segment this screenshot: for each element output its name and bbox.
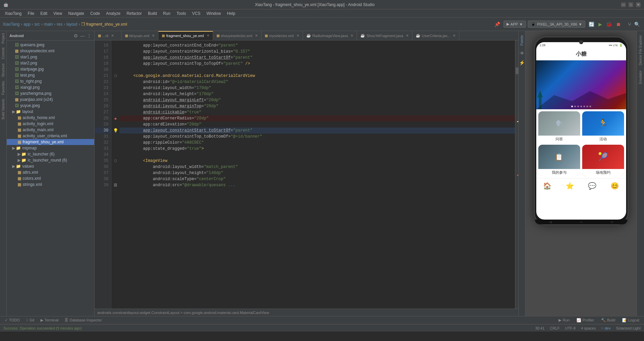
device-dropdown[interactable]: ▼ bbox=[578, 22, 582, 26]
sidebar-item[interactable]: ▦ attrs.xml bbox=[7, 169, 94, 175]
menu-edit[interactable]: Edit bbox=[37, 10, 50, 17]
menu-navigate[interactable]: Navigate bbox=[66, 10, 87, 17]
tab-close[interactable]: ✕ bbox=[255, 34, 258, 37]
git-branch[interactable]: ⑂ dev bbox=[601, 326, 611, 330]
bottom-tab-run[interactable]: ▶ Run bbox=[556, 317, 572, 323]
menu-vcs[interactable]: VCS bbox=[189, 10, 203, 17]
sidebar-item[interactable]: 🖼 quesans.jpeg bbox=[7, 42, 94, 48]
pin-icon[interactable]: 📌 bbox=[493, 20, 501, 28]
scrollbar[interactable] bbox=[515, 40, 518, 309]
breadcrumb-file[interactable]: ❒ fragment_shou_ye.xml bbox=[81, 22, 127, 27]
palette-icon-2[interactable]: ⚡ bbox=[518, 59, 526, 66]
tab-btnyuan[interactable]: ▦ btnyuan.xml ✕ bbox=[122, 31, 158, 40]
bottom-tab-todo[interactable]: ✓ TODO bbox=[2, 317, 23, 323]
card-wenda[interactable]: 🗣 问答 bbox=[538, 111, 580, 143]
tab-close[interactable]: ✕ bbox=[453, 34, 456, 37]
bottom-tab-database[interactable]: 🗄 Database Inspector bbox=[62, 317, 104, 323]
tab-close[interactable]: ✕ bbox=[207, 34, 209, 37]
tab-shouyeselector[interactable]: ▦ shouyeselector.xml ✕ bbox=[213, 31, 262, 40]
maximize-button[interactable]: □ bbox=[628, 2, 633, 7]
sync-icon[interactable]: 🔄 bbox=[587, 20, 596, 28]
card-changdi[interactable]: 🎾 场地预约 bbox=[582, 145, 624, 176]
tab-close[interactable]: ✕ bbox=[111, 34, 114, 37]
more-icon[interactable]: ⋮ bbox=[87, 33, 92, 38]
device-selector-button[interactable]: 📱 PIXEL_3A_API_30_X86 ▼ bbox=[528, 21, 585, 28]
nav-home-btn[interactable]: ○ bbox=[581, 221, 582, 224]
bottom-tab-git[interactable]: ⑂ Git bbox=[23, 317, 37, 323]
tab-radiu[interactable]: ☕ RadiuImageView.java ✕ bbox=[303, 31, 357, 40]
sidebar-item[interactable]: 🖼 star1.png bbox=[7, 54, 94, 60]
sidebar-item[interactable]: ▦ colors.xml bbox=[7, 175, 94, 181]
menu-file[interactable]: File bbox=[25, 10, 37, 17]
menu-refactor[interactable]: Refactor bbox=[124, 10, 145, 17]
nav-person-icon[interactable]: 😊 bbox=[611, 182, 619, 190]
close-button[interactable]: ✕ bbox=[636, 2, 641, 7]
sidebar-item-mipmap[interactable]: ▶ 📁 mipmap bbox=[7, 145, 94, 151]
menu-build[interactable]: Build bbox=[145, 10, 160, 17]
nav-chat-icon[interactable]: 💬 bbox=[588, 182, 596, 190]
sidebar-item-ic-launcher-round[interactable]: ▶ 📁 ic_launcher_round (6) bbox=[7, 157, 94, 163]
tab-fragment-shou-ye[interactable]: ▦ fragment_shou_ye.xml ✕ bbox=[158, 31, 213, 40]
breakpoint-28[interactable]: ● bbox=[114, 115, 117, 121]
palette-tab[interactable]: Palette bbox=[519, 33, 524, 48]
favorites-tab[interactable]: Favorites bbox=[1, 79, 6, 97]
palette-icon-1[interactable]: 👁 bbox=[519, 50, 525, 57]
nav-back-btn[interactable]: ◁ bbox=[549, 221, 551, 224]
breadcrumb-main[interactable]: main bbox=[44, 22, 53, 27]
sidebar-item[interactable]: 🖼 test.png bbox=[7, 72, 94, 78]
sidebar-item-fragment[interactable]: ▦ fragment_shou_ye.xml bbox=[7, 139, 94, 145]
fold-arrow-35[interactable]: ⬡ bbox=[114, 158, 117, 164]
tab-close[interactable]: ✕ bbox=[406, 34, 409, 37]
tab-user-criteria[interactable]: ☕ UserCriteria.jav... ✕ bbox=[412, 31, 459, 40]
tab-shouye-fragment[interactable]: ☕ ShouYeFragment.java ✕ bbox=[357, 31, 412, 40]
menu-tools[interactable]: Tools bbox=[174, 10, 189, 17]
menu-xiaotang[interactable]: XiaoTang bbox=[2, 10, 24, 17]
tab-close[interactable]: ✕ bbox=[152, 34, 155, 37]
sidebar-item[interactable]: 🖼 star2.png bbox=[7, 60, 94, 66]
menu-view[interactable]: View bbox=[51, 10, 65, 17]
sidebar-item[interactable]: ▦ strings.xml bbox=[7, 181, 94, 188]
commit-tab[interactable]: Commit bbox=[1, 46, 6, 61]
breadcrumb-res[interactable]: res bbox=[57, 22, 62, 27]
tab-close[interactable]: ✕ bbox=[297, 34, 299, 37]
sidebar-item[interactable]: 🖼 startpage.jpg bbox=[7, 66, 94, 72]
nav-home-icon[interactable]: 🏠 bbox=[543, 182, 551, 190]
bottom-tab-profiler[interactable]: 📈 Profiler bbox=[574, 317, 597, 323]
breadcrumb-xiaotang[interactable]: XiaoTang bbox=[3, 22, 20, 27]
breadcrumb-src[interactable]: src bbox=[34, 22, 40, 27]
debug-icon[interactable]: 🐞 bbox=[605, 20, 613, 28]
sidebar-item-values[interactable]: ▶ 📁 values bbox=[7, 163, 94, 169]
menu-code[interactable]: Code bbox=[87, 10, 103, 17]
sidebar-item[interactable]: 🖼 yanzhengma.png bbox=[7, 90, 94, 96]
sidebar-item[interactable]: ▦ activity_home.xml bbox=[7, 115, 94, 121]
nav-star-icon[interactable]: ⭐ bbox=[566, 182, 574, 190]
run-config-dropdown[interactable]: ▼ bbox=[519, 22, 523, 26]
sidebar-item-layout[interactable]: ▶ 📁 layout bbox=[7, 109, 94, 115]
structure-tab[interactable]: Structure bbox=[1, 61, 6, 79]
run-icon[interactable]: ▶ bbox=[597, 20, 603, 28]
sidebar-item[interactable]: ▦ activity_main.xml bbox=[7, 127, 94, 133]
sidebar-item[interactable]: ▦ activity_login.xml bbox=[7, 121, 94, 127]
code-content[interactable]: app:layout_constraintEnd_toEnd="parent" … bbox=[120, 40, 515, 309]
card-wode[interactable]: 📋 我的参与 bbox=[538, 145, 580, 176]
menu-help[interactable]: Help bbox=[224, 10, 238, 17]
settings-icon[interactable]: ⚙ bbox=[74, 33, 78, 38]
emulator-tab[interactable]: Emulator bbox=[638, 68, 643, 86]
minimize-button[interactable]: — bbox=[621, 2, 626, 7]
tab-nl[interactable]: ▦ ...nl ✕ bbox=[95, 31, 122, 40]
menu-analyze[interactable]: Analyze bbox=[103, 10, 123, 17]
sidebar-item[interactable]: ▦ shouyeselector.xml bbox=[7, 48, 94, 54]
image-preview-39[interactable]: 🖼 bbox=[114, 182, 117, 188]
card-huodong[interactable]: 🏃 活动 bbox=[582, 111, 624, 143]
bottom-tab-terminal[interactable]: ▶ Terminal bbox=[38, 317, 61, 323]
run-config-button[interactable]: ▶ APP ▼ bbox=[504, 21, 526, 28]
search-icon[interactable]: 🔍 bbox=[633, 20, 641, 28]
collapse-icon[interactable]: — bbox=[80, 33, 85, 38]
git-icon[interactable]: ⑂ bbox=[627, 20, 632, 28]
bottom-tab-build[interactable]: 🔨 Build bbox=[598, 317, 618, 323]
sidebar-item-ic-launcher[interactable]: ▶ 📁 ic_launcher (6) bbox=[7, 151, 94, 157]
sidebar-item[interactable]: ▦ activity_user_criteria.xml bbox=[7, 133, 94, 139]
sidebar-item[interactable]: 🖼 to_right.png bbox=[7, 78, 94, 84]
breadcrumb-app[interactable]: app bbox=[24, 22, 30, 27]
tab-myselector[interactable]: ▦ myselector.xml ✕ bbox=[261, 31, 303, 40]
